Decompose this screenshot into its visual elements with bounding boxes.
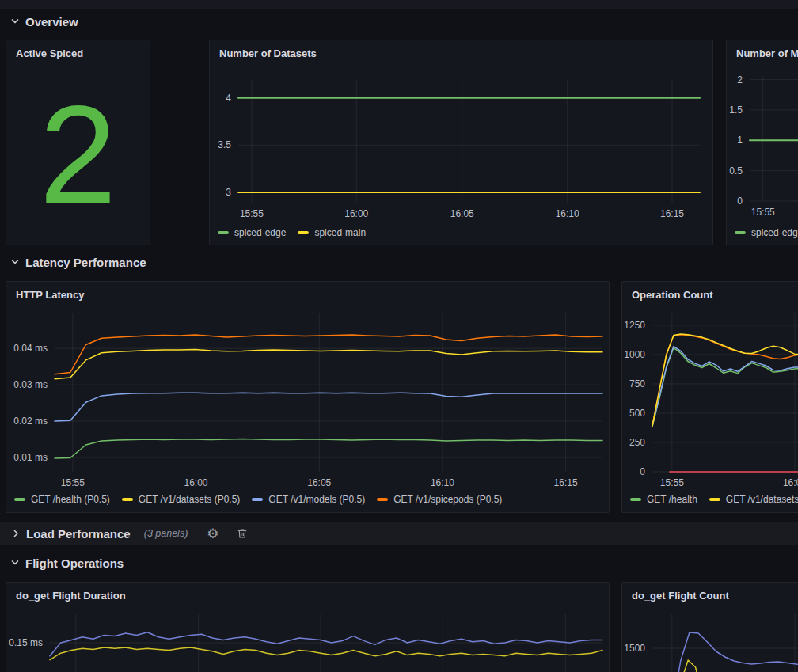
y-axis-label: 0.04 ms <box>13 343 48 354</box>
chevron-down-icon <box>10 558 20 568</box>
y-axis-label: 750 <box>629 378 645 389</box>
section-overview[interactable]: Overview <box>10 13 78 30</box>
x-axis-label: 16:10 <box>431 477 454 488</box>
legend-chip <box>218 231 229 234</box>
y-axis-label: 1500 <box>624 643 645 654</box>
legend-chip <box>298 231 309 234</box>
chart-operation-count: 02505007501000125015:5516:0016:05 <box>622 282 798 512</box>
legend-label: spiced-main <box>314 227 366 238</box>
chevron-right-icon <box>11 529 21 538</box>
y-axis-label: 3 <box>226 187 231 198</box>
y-axis-label: 0.5 <box>729 165 743 177</box>
legend-item[interactable]: GET /v1/models (P0.5) <box>252 494 365 505</box>
legend-label: GET /v1/models (P0.5) <box>268 494 365 505</box>
chart-plot[interactable]: 00.511.5215:5516:00 <box>727 40 798 245</box>
chart-legend: GET /health (P0.5)GET /v1/datasets (P0.5… <box>14 494 502 505</box>
y-axis-label: 1 <box>737 135 743 146</box>
panel-title[interactable]: do_get Flight Duration <box>16 590 126 602</box>
legend-label: GET /v1/datasets <box>726 494 798 505</box>
legend-item[interactable]: GET /v1/spicepods (P0.5) <box>377 494 502 505</box>
panel-do-get-flight-duration: do_get Flight Duration 0.15 ms0.10 ms15:… <box>6 582 610 672</box>
x-axis-label: 16:05 <box>307 477 331 488</box>
panel-title[interactable]: Operation Count <box>632 289 713 301</box>
series-line <box>55 393 602 421</box>
series-line <box>50 632 602 656</box>
legend-label: GET /v1/datasets (P0.5) <box>139 494 241 505</box>
x-axis-label: 16:00 <box>184 477 208 488</box>
y-axis-label: 1250 <box>624 320 645 331</box>
x-axis-label: 16:00 <box>783 477 798 488</box>
series-line <box>55 335 602 374</box>
legend-item[interactable]: GET /health (P0.5) <box>14 494 110 505</box>
section-flight-operations[interactable]: Flight Operations <box>10 554 124 571</box>
x-axis-label: 16:00 <box>344 208 368 219</box>
y-axis-label: 0 <box>737 196 743 207</box>
x-axis-label: 16:15 <box>660 208 684 219</box>
legend-chip <box>377 498 388 501</box>
legend-item[interactable]: spiced-edge <box>735 227 798 238</box>
panel-title[interactable]: Number of Models <box>736 47 798 59</box>
x-axis-label: 15:55 <box>660 477 684 488</box>
y-axis-label: 0.01 ms <box>13 452 48 463</box>
y-axis-label: 4 <box>226 93 231 104</box>
chart-plot[interactable]: 02505007501000125015:5516:0016:05 <box>622 282 798 512</box>
legend-label: GET /health <box>647 494 697 505</box>
panels-count-note: (3 panels) <box>144 528 188 539</box>
panel-title[interactable]: do_get Flight Count <box>632 590 729 602</box>
panel-title[interactable]: Number of Datasets <box>219 47 317 59</box>
series-line <box>50 647 602 660</box>
series-line <box>55 439 602 458</box>
panel-http-latency: HTTP Latency 0.01 ms0.02 ms0.03 ms0.04 m… <box>6 281 610 513</box>
section-title: Flight Operations <box>25 556 124 570</box>
y-axis-label: 500 <box>629 408 645 419</box>
section-title: Load Performance <box>26 527 131 541</box>
legend-item[interactable]: GET /health <box>630 494 697 505</box>
legend-label: spiced-edge <box>234 227 286 238</box>
legend-chip <box>252 498 263 501</box>
legend-chip <box>735 231 746 234</box>
chart-number-of-datasets: 33.5415:5516:0016:0516:1016:15 <box>210 40 712 245</box>
legend-chip <box>630 498 641 501</box>
x-axis-label: 15:55 <box>61 477 85 488</box>
series-line <box>652 347 798 426</box>
legend-label: spiced-edge <box>751 227 798 238</box>
chevron-down-icon <box>10 17 20 26</box>
chart-plot[interactable]: 33.5415:5516:0016:0516:1016:15 <box>210 40 712 245</box>
chart-plot[interactable]: 0.01 ms0.02 ms0.03 ms0.04 ms15:5516:0016… <box>6 282 609 512</box>
x-axis-label: 16:05 <box>450 208 474 219</box>
section-title: Latency Performance <box>25 256 146 269</box>
legend-label: GET /v1/spicepods (P0.5) <box>393 494 502 505</box>
panel-operation-count: Operation Count 02505007501000125015:551… <box>621 281 798 513</box>
panel-title[interactable]: Active Spiced <box>16 47 83 59</box>
legend-chip <box>122 498 133 501</box>
y-axis-label: 0.03 ms <box>13 379 48 390</box>
y-axis-label: 1.5 <box>729 104 743 116</box>
panel-active-spiced: Active Spiced 2 <box>6 40 150 245</box>
stat-value: 2 <box>6 64 150 245</box>
legend-chip <box>709 498 720 501</box>
section-latency-performance[interactable]: Latency Performance <box>10 253 146 271</box>
panel-do-get-flight-count: do_get Flight Count 1500100015:5516:0016… <box>621 582 798 672</box>
y-axis-label: 0.02 ms <box>13 416 48 427</box>
y-axis-label: 0 <box>640 466 645 477</box>
section-load-performance[interactable]: Load Performance (3 panels) ⚙ <box>0 522 798 545</box>
y-axis-label: 0.15 ms <box>9 637 43 648</box>
y-axis-label: 1000 <box>624 349 645 360</box>
chart-legend: GET /healthGET /v1/datasetsGET /v1/model… <box>630 494 798 505</box>
chevron-down-icon <box>10 257 20 267</box>
x-axis-label: 15:55 <box>240 208 264 219</box>
y-axis-label: 3.5 <box>218 139 231 150</box>
legend-chip <box>14 498 25 501</box>
panel-number-of-models: Number of Models 00.511.5215:5516:00 spi… <box>726 40 798 245</box>
chart-legend: spiced-edgespiced-main <box>218 227 366 238</box>
panel-number-of-datasets: Number of Datasets 33.5415:5516:0016:051… <box>209 40 713 245</box>
legend-item[interactable]: spiced-main <box>298 227 366 238</box>
series-line <box>55 350 602 379</box>
panel-title[interactable]: HTTP Latency <box>16 289 84 301</box>
legend-item[interactable]: GET /v1/datasets (P0.5) <box>122 494 241 505</box>
y-axis-label: 2 <box>737 74 743 85</box>
gear-icon[interactable]: ⚙ <box>207 527 218 541</box>
trash-icon[interactable] <box>237 528 248 539</box>
legend-item[interactable]: spiced-edge <box>218 227 286 238</box>
legend-item[interactable]: GET /v1/datasets <box>709 494 798 505</box>
